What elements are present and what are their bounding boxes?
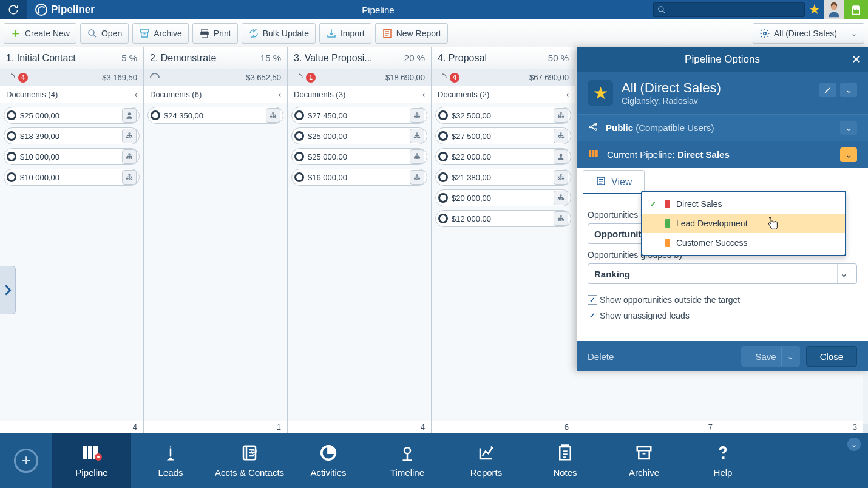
status-dot-icon xyxy=(294,131,304,141)
svg-point-13 xyxy=(129,137,130,138)
card-amount: $18 390,00 xyxy=(20,132,122,141)
nav-label: Archive xyxy=(629,467,659,478)
store-button[interactable] xyxy=(844,0,868,19)
opportunity-card[interactable]: $25 000,00 xyxy=(4,107,140,124)
filter-dropdown[interactable]: All (Direct Sales)⌄ xyxy=(753,23,864,44)
nav-activities[interactable]: Activities xyxy=(289,433,368,488)
print-button[interactable]: Print xyxy=(192,23,238,44)
pipeline-column: 3. Value Proposi...20 % 1$18 690,00 Docu… xyxy=(288,47,432,433)
column-subheader: 4$67 690,00 xyxy=(432,69,575,86)
tab-view[interactable]: View xyxy=(583,170,645,194)
nav-accts-contacts[interactable]: @Accts & Contacts xyxy=(210,433,289,488)
column-header[interactable]: 4. Proposal50 % xyxy=(432,47,575,69)
add-button-container: + xyxy=(0,433,52,488)
opportunity-card[interactable]: $16 000,00 xyxy=(291,169,427,186)
nav-leads[interactable]: Leads xyxy=(131,433,210,488)
nav-icon xyxy=(161,443,180,463)
public-label: Public xyxy=(606,123,633,133)
org-icon xyxy=(410,170,424,185)
grouped-by-select[interactable]: Ranking⌄ xyxy=(588,263,857,284)
opportunity-card[interactable]: $22 000,00 xyxy=(435,148,571,165)
opportunity-card[interactable]: $27 450,00 xyxy=(291,107,427,124)
svg-point-37 xyxy=(416,157,418,158)
nav-label: Accts & Contacts xyxy=(215,467,284,478)
profile-dropdown-button[interactable]: ⌄ xyxy=(840,83,857,97)
opportunity-card[interactable]: $20 000,00 xyxy=(435,189,571,206)
card-amount: $24 350,00 xyxy=(164,111,266,120)
nav-timeline[interactable]: Timeline xyxy=(368,433,447,488)
expand-nav-button[interactable]: ⌄ xyxy=(847,438,861,451)
pipeline-option[interactable]: Customer Success xyxy=(642,233,845,252)
opportunity-card[interactable]: $21 380,00 xyxy=(435,169,571,186)
search-box[interactable] xyxy=(653,2,805,17)
show-outside-target-checkbox[interactable]: Show opportunities outside the target xyxy=(588,295,857,305)
import-button[interactable]: Import xyxy=(319,23,371,44)
column-documents-toggle[interactable]: Documents (3)‹ xyxy=(288,86,431,103)
nav-icon xyxy=(635,443,653,463)
opportunity-card[interactable]: $10 000,00 xyxy=(4,148,140,165)
opportunity-card[interactable]: $27 500,00 xyxy=(435,127,571,144)
new-report-button[interactable]: New Report xyxy=(375,23,448,44)
svg-point-57 xyxy=(558,198,559,200)
add-button[interactable]: + xyxy=(14,449,38,473)
nav-label: Leads xyxy=(158,467,183,478)
search-input[interactable] xyxy=(666,5,801,15)
favorite-star-button[interactable]: ★ xyxy=(805,0,824,19)
status-dot-icon xyxy=(438,131,448,141)
close-panel-button[interactable]: ✕ xyxy=(849,52,863,67)
opportunity-card[interactable]: $24 350,00 xyxy=(147,107,283,124)
edit-button[interactable] xyxy=(819,83,836,97)
nav-notes[interactable]: Notes xyxy=(526,433,605,488)
pipeline-option[interactable]: Lead Development xyxy=(642,214,845,233)
expand-sidebar-tab[interactable] xyxy=(0,266,16,314)
save-button[interactable]: Save⌄ xyxy=(741,346,799,367)
column-header[interactable]: 3. Value Proposi...20 % xyxy=(288,47,431,69)
option-label: Direct Sales xyxy=(676,199,722,209)
user-avatar[interactable] xyxy=(824,0,844,19)
column-header[interactable]: 2. Demonstrate15 % xyxy=(144,47,287,69)
visibility-row[interactable]: Public (Compatible Users) ⌄ xyxy=(577,114,868,141)
svg-point-10 xyxy=(128,112,131,115)
close-button[interactable]: Close xyxy=(806,346,857,367)
sync-button[interactable] xyxy=(0,0,27,19)
nav-pipeline[interactable]: Pipeline xyxy=(52,433,131,488)
app-logo: Pipeliner xyxy=(27,4,103,16)
svg-point-2 xyxy=(89,30,94,35)
column-count: 4 xyxy=(0,421,143,433)
column-documents-toggle[interactable]: Documents (4)‹ xyxy=(0,86,143,103)
nav-archive[interactable]: Archive xyxy=(605,433,683,488)
nav-reports[interactable]: Reports xyxy=(447,433,526,488)
opportunity-card[interactable]: $25 000,00 xyxy=(291,148,427,165)
nav-help[interactable]: Help xyxy=(683,433,762,488)
opportunity-card[interactable]: $25 000,00 xyxy=(291,127,427,144)
alert-badge: 4 xyxy=(18,73,28,83)
create-new-button[interactable]: ＋Create New xyxy=(4,23,76,44)
show-unassigned-checkbox[interactable]: Show unassigned leads xyxy=(588,311,857,320)
opportunity-card[interactable]: $10 000,00 xyxy=(4,169,140,186)
svg-point-14 xyxy=(131,137,132,138)
svg-point-77 xyxy=(97,456,100,458)
column-header[interactable]: 1. Initial Contact5 % xyxy=(0,47,143,69)
chevron-left-icon: ‹ xyxy=(422,90,425,99)
archive-button[interactable]: Archive xyxy=(132,23,189,44)
current-pipeline-dropdown[interactable]: ⌄ xyxy=(840,147,857,162)
current-pipeline-row[interactable]: Current Pipeline: Direct Sales ⌄ xyxy=(577,141,868,168)
visibility-dropdown[interactable]: ⌄ xyxy=(840,121,857,135)
svg-point-39 xyxy=(416,174,418,175)
pipeline-option[interactable]: ✓Direct Sales xyxy=(642,194,845,214)
column-documents-toggle[interactable]: Documents (6)‹ xyxy=(144,86,287,103)
panel-header: Pipeline Options ✕ xyxy=(577,47,868,72)
pipeline-column: 2. Demonstrate15 % $3 652,50 Documents (… xyxy=(144,47,288,433)
svg-point-34 xyxy=(418,137,419,138)
nav-label: Timeline xyxy=(390,467,424,478)
opportunity-card[interactable]: $32 500,00 xyxy=(435,107,571,124)
opportunity-card[interactable]: $18 390,00 xyxy=(4,127,140,144)
svg-point-56 xyxy=(560,195,561,196)
opportunity-card[interactable]: $12 000,00 xyxy=(435,210,571,227)
delete-link[interactable]: Delete xyxy=(588,351,614,362)
status-dot-icon xyxy=(438,172,448,182)
svg-point-45 xyxy=(560,116,561,117)
bulk-update-button[interactable]: Bulk Update xyxy=(242,23,316,44)
open-button[interactable]: Open xyxy=(80,23,129,44)
column-documents-toggle[interactable]: Documents (2)‹ xyxy=(432,86,575,103)
